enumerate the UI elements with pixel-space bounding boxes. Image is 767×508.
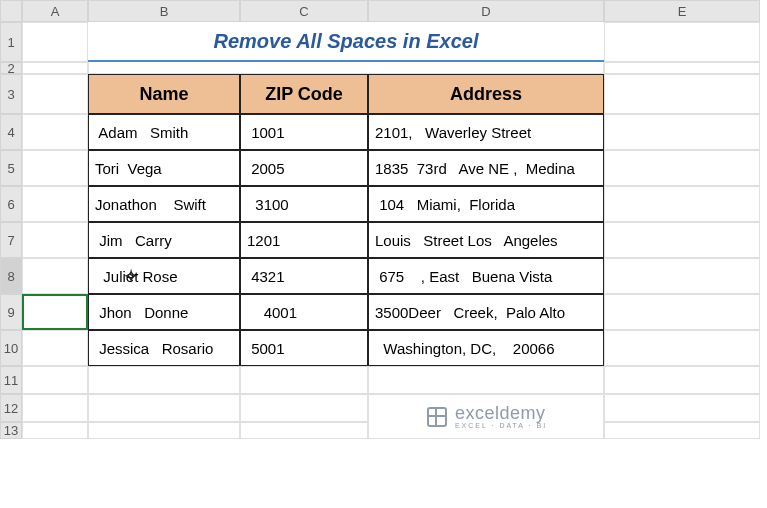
cell-b11[interactable] (88, 366, 240, 394)
row-header-4[interactable]: 4 (0, 114, 22, 150)
cell-a9[interactable] (22, 294, 88, 330)
cell-zip-3[interactable]: 1201 (240, 222, 368, 258)
cell-zip-5[interactable]: 4001 (240, 294, 368, 330)
text: 5001 (247, 340, 285, 357)
cell-b2d2[interactable] (88, 62, 604, 74)
brand-name: exceldemy (455, 404, 547, 422)
row-header-5[interactable]: 5 (0, 150, 22, 186)
cell-name-2[interactable]: Jonathon Swift (88, 186, 240, 222)
cell-name-5[interactable]: Jhon Donne (88, 294, 240, 330)
cell-b12[interactable] (88, 394, 240, 422)
table-header-name[interactable]: Name (88, 74, 240, 114)
text: Jonathon Swift (95, 196, 206, 213)
row-header-2[interactable]: 2 (0, 62, 22, 74)
cell-name-1[interactable]: Tori Vega (88, 150, 240, 186)
table-header-address[interactable]: Address (368, 74, 604, 114)
col-header-c[interactable]: C (240, 0, 368, 22)
row-header-13[interactable]: 13 (0, 422, 22, 439)
text: 4321 (247, 268, 285, 285)
text: Washington, DC, 20066 (375, 340, 555, 357)
cell-a5[interactable] (22, 150, 88, 186)
row-header-8[interactable]: 8 (0, 258, 22, 294)
cell-zip-2[interactable]: 3100 (240, 186, 368, 222)
cell-address-6[interactable]: Washington, DC, 20066 (368, 330, 604, 366)
cell-e1[interactable] (604, 22, 760, 62)
text: Adam Smith (95, 124, 188, 141)
cell-e4[interactable] (604, 114, 760, 150)
cell-e11[interactable] (604, 366, 760, 394)
col-header-d[interactable]: D (368, 0, 604, 22)
cell-a12[interactable] (22, 394, 88, 422)
cell-a10[interactable] (22, 330, 88, 366)
cell-a3[interactable] (22, 74, 88, 114)
brand-tagline: EXCEL · DATA · BI (455, 422, 547, 429)
text: 2101, Waverley Street (375, 124, 531, 141)
cell-address-2[interactable]: 104 Miami, Florida (368, 186, 604, 222)
cell-c11[interactable] (240, 366, 368, 394)
col-header-e[interactable]: E (604, 0, 760, 22)
cell-zip-1[interactable]: 2005 (240, 150, 368, 186)
cell-d11[interactable] (368, 366, 604, 394)
cell-a8[interactable] (22, 258, 88, 294)
row-header-7[interactable]: 7 (0, 222, 22, 258)
cell-a6[interactable] (22, 186, 88, 222)
text: Louis Street Los Angeles (375, 232, 558, 249)
text: 675 , East Buena Vista (375, 268, 552, 285)
cell-a1[interactable] (22, 22, 88, 62)
text: 3100 (247, 196, 289, 213)
text: 4001 (247, 304, 297, 321)
text: Jessica Rosario (95, 340, 213, 357)
cell-zip-6[interactable]: 5001 (240, 330, 368, 366)
text: Tori Vega (95, 160, 162, 177)
col-header-b[interactable]: B (88, 0, 240, 22)
cell-name-0[interactable]: Adam Smith (88, 114, 240, 150)
cell-c12[interactable] (240, 394, 368, 422)
cell-e3[interactable] (604, 74, 760, 114)
cell-e9[interactable] (604, 294, 760, 330)
cell-e13[interactable] (604, 422, 760, 439)
row-header-1[interactable]: 1 (0, 22, 22, 62)
cell-e8[interactable] (604, 258, 760, 294)
cell-e2[interactable] (604, 62, 760, 74)
cell-a4[interactable] (22, 114, 88, 150)
col-header-a[interactable]: A (22, 0, 88, 22)
cell-address-4[interactable]: 675 , East Buena Vista (368, 258, 604, 294)
text: Jim Carry (95, 232, 172, 249)
cell-b13[interactable] (88, 422, 240, 439)
row-header-11[interactable]: 11 (0, 366, 22, 394)
cell-address-0[interactable]: 2101, Waverley Street (368, 114, 604, 150)
text: Juliet Rose (95, 268, 178, 285)
page-title: Remove All Spaces in Excel (88, 22, 604, 62)
cell-address-3[interactable]: Louis Street Los Angeles (368, 222, 604, 258)
cell-e12[interactable] (604, 394, 760, 422)
row-header-12[interactable]: 12 (0, 394, 22, 422)
cell-a2[interactable] (22, 62, 88, 74)
row-header-3[interactable]: 3 (0, 74, 22, 114)
cell-a11[interactable] (22, 366, 88, 394)
row-header-10[interactable]: 10 (0, 330, 22, 366)
text: 1835 73rd Ave NE , Medina (375, 160, 575, 177)
cell-zip-4[interactable]: 4321 (240, 258, 368, 294)
brand-logo: exceldemy EXCEL · DATA · BI (368, 394, 604, 439)
cell-a7[interactable] (22, 222, 88, 258)
cell-address-5[interactable]: 3500Deer Creek, Palo Alto (368, 294, 604, 330)
cell-e5[interactable] (604, 150, 760, 186)
cell-address-1[interactable]: 1835 73rd Ave NE , Medina (368, 150, 604, 186)
cell-name-3[interactable]: Jim Carry (88, 222, 240, 258)
cell-e10[interactable] (604, 330, 760, 366)
cell-c13[interactable] (240, 422, 368, 439)
text: 1201 (247, 232, 280, 249)
cell-name-6[interactable]: Jessica Rosario (88, 330, 240, 366)
cell-e7[interactable] (604, 222, 760, 258)
cell-a13[interactable] (22, 422, 88, 439)
row-header-9[interactable]: 9 (0, 294, 22, 330)
text: 1001 (247, 124, 285, 141)
cell-zip-0[interactable]: 1001 (240, 114, 368, 150)
select-all-corner[interactable] (0, 0, 22, 22)
row-header-6[interactable]: 6 (0, 186, 22, 222)
cell-e6[interactable] (604, 186, 760, 222)
table-header-zip[interactable]: ZIP Code (240, 74, 368, 114)
spreadsheet-icon (425, 405, 449, 429)
text: Jhon Donne (95, 304, 188, 321)
cell-name-4[interactable]: Juliet Rose ✧ (88, 258, 240, 294)
